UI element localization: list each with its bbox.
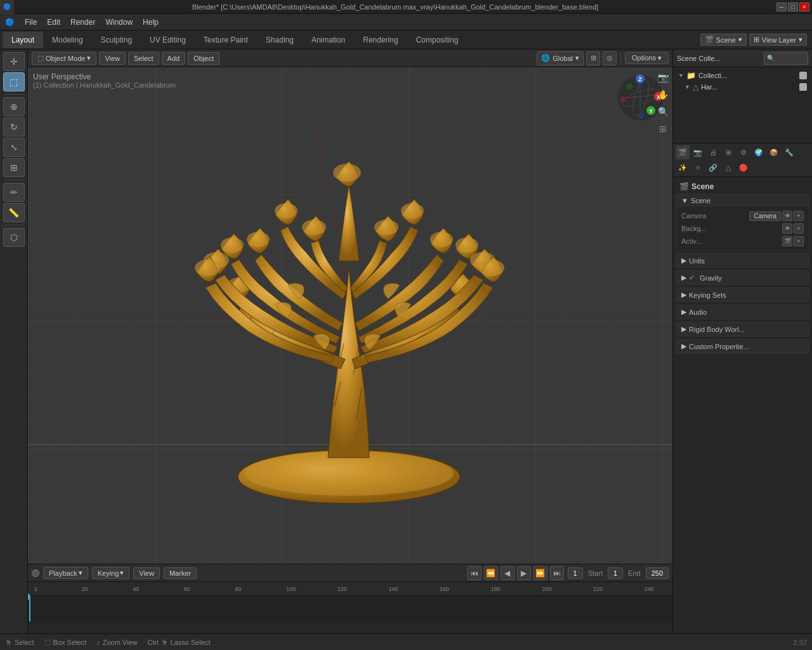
marker-menu[interactable]: Marker [164,567,197,579]
tab-layout[interactable]: Layout [3,32,43,48]
start-label: Start [588,569,603,577]
view-menu-button[interactable]: View [99,52,126,65]
scene-selector[interactable]: 🎬 Scene ▾ [700,34,747,46]
background-new-icon[interactable]: + [794,223,804,234]
select-tool-button[interactable]: ⬚ [3,72,25,91]
hand-tool-button[interactable]: ✋ [655,87,671,102]
camera-new-icon[interactable]: + [794,211,804,221]
zoom-button[interactable]: 🔍 [655,104,671,119]
record-button[interactable] [32,569,39,577]
units-section-header[interactable]: ▶ Units [676,254,809,267]
play-button[interactable]: ▶ [517,566,531,580]
har-item[interactable]: ▼ △ Har... [676,81,809,93]
view-layer-selector[interactable]: ⊞ View Layer ▾ [749,34,807,46]
proportional-edit-button[interactable]: ◎ [603,51,617,65]
rigid-body-header[interactable]: ▶ Rigid Body Worl... [676,322,809,336]
constraints-props-icon[interactable]: 🔗 [706,161,720,175]
maximize-button[interactable]: □ [788,3,798,11]
snap-button[interactable]: ⊞ [586,51,600,65]
cursor-tool-button[interactable]: ✛ [3,52,25,71]
render-props-icon[interactable]: 📷 [691,145,705,159]
camera-value[interactable]: Camera [749,211,781,221]
audio-section-header[interactable]: ▶ Audio [676,305,809,319]
file-menu[interactable]: File [20,14,42,30]
select-menu-button[interactable]: Select [128,52,159,65]
active-clip-new-icon[interactable]: + [794,236,804,246]
gravity-section-header[interactable]: ▶ ✓ Gravity [676,271,809,284]
window-menu[interactable]: Window [100,14,138,30]
tab-uv-editing[interactable]: UV Editing [141,32,195,48]
scale-tool-button[interactable]: ⤡ [3,138,25,157]
end-frame-input[interactable]: 250 [646,567,669,579]
move-tool-button[interactable]: ⊕ [3,97,25,116]
outliner-search[interactable]: 🔍 [764,52,808,65]
active-clip-pick-icon[interactable]: 🎬 [782,236,792,246]
options-button[interactable]: Options ▾ [625,52,669,64]
select-status[interactable]: 🖱 Select [5,639,34,646]
visibility-toggle[interactable] [799,72,807,79]
timeline-track[interactable] [28,596,672,621]
render-menu[interactable]: Render [65,14,100,30]
view-menu-timeline[interactable]: View [133,567,160,579]
har-visibility-toggle[interactable] [799,83,807,91]
object-menu-button[interactable]: Object [188,52,219,65]
background-pick-icon[interactable]: 👁 [782,223,792,234]
blender-menu[interactable]: 🔵 [0,14,20,30]
tab-rendering[interactable]: Rendering [354,32,407,48]
camera-pick-icon[interactable]: 👁 [782,211,792,221]
keying-menu[interactable]: Keying ▾ [92,567,130,579]
add-menu-button[interactable]: Add [162,52,186,65]
tab-modeling[interactable]: Modeling [43,32,92,48]
current-frame-display[interactable]: 1 [568,567,583,579]
rotate-tool-button[interactable]: ↻ [3,117,25,136]
edit-menu[interactable]: Edit [42,14,65,30]
annotate-tool-button[interactable]: ✏ [3,183,25,202]
tab-sculpting[interactable]: Sculpting [92,32,141,48]
object-props-icon[interactable]: 📦 [767,145,781,159]
left-toolbar: ✛ ⬚ ⊕ ↻ ⤡ ⊞ ✏ 📏 ⬡ [0,50,28,633]
modifier-props-icon[interactable]: 🔧 [782,145,796,159]
minimize-button[interactable]: ─ [776,3,787,11]
gravity-check[interactable]: ✓ [689,274,695,282]
tab-animation[interactable]: Animation [303,32,354,48]
tab-shading[interactable]: Shading [257,32,303,48]
tab-compositing[interactable]: Compositing [407,32,468,48]
outliner-search-input[interactable] [775,55,812,62]
transform-orientation-dropdown[interactable]: 🌐 Global ▾ [537,51,584,65]
box-select-status[interactable]: ⬚ Box Select [44,638,87,646]
custom-props-expand-icon: ▶ [681,342,686,350]
quad-view-button[interactable]: ⊞ [655,121,671,136]
particle-props-icon[interactable]: ✨ [676,161,690,175]
close-button[interactable]: ✕ [799,3,809,11]
jump-to-end-button[interactable]: ⏭ [550,566,564,580]
world-props-icon[interactable]: 🌍 [752,145,766,159]
jump-to-start-button[interactable]: ⏮ [468,566,481,580]
3d-viewport[interactable]: User Perspective (1) Collection | Hanukk… [28,67,672,564]
lasso-select-status[interactable]: Ctrl 🖱 Lasso Select [148,639,211,646]
data-props-icon[interactable]: △ [721,161,735,175]
step-back-button[interactable]: ⏪ [484,566,498,580]
play-reverse-button[interactable]: ◀ [501,566,514,580]
step-forward-button[interactable]: ⏩ [534,566,547,580]
scene-collection-item[interactable]: ▼ 📁 Collecti... [676,70,809,81]
scene-props-icon[interactable]: 🎬 [676,145,690,159]
output-props-icon[interactable]: 🖨 [706,145,720,159]
physics-props-icon[interactable]: ⚛ [691,161,705,175]
playback-menu[interactable]: Playback ▾ [43,567,88,579]
scene-section-header[interactable]: ▼ Scene [676,194,809,207]
help-menu[interactable]: Help [138,14,164,30]
camera-view-button[interactable]: 📷 [655,70,671,85]
start-frame-input[interactable]: 1 [608,567,623,579]
add-object-button[interactable]: ⬡ [3,228,25,247]
keying-sets-header[interactable]: ▶ Keying Sets [676,288,809,302]
material-props-icon[interactable]: 🔴 [737,161,750,175]
transform-tool-button[interactable]: ⊞ [3,158,25,177]
measure-tool-button[interactable]: 📏 [3,203,25,222]
view-layer-props-icon[interactable]: ⊞ [721,145,735,159]
tab-texture-paint[interactable]: Texture Paint [195,32,257,48]
object-mode-button[interactable]: ⬚ Object Mode ▾ [32,52,96,65]
playhead[interactable] [29,596,30,621]
scene-data-props-icon[interactable]: ⚙ [737,145,750,159]
zoom-status[interactable]: ↕ Zoom View [96,639,137,646]
custom-props-header[interactable]: ▶ Custom Propertie... [676,340,809,353]
